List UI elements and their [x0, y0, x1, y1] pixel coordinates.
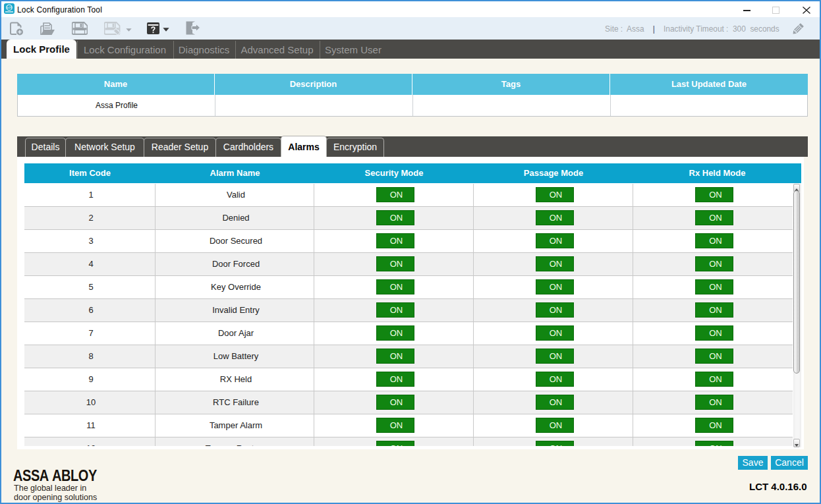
- svg-text:LCT: LCT: [7, 7, 13, 9]
